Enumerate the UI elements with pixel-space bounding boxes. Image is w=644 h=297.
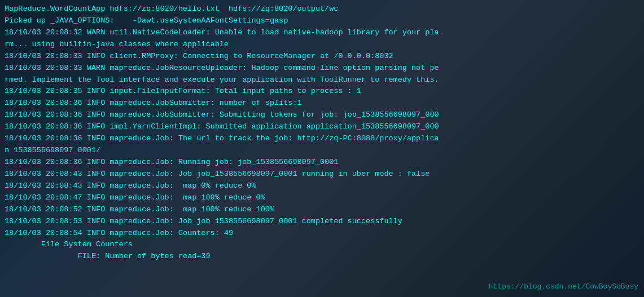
terminal-line: 18/10/03 20:08:36 INFO mapreduce.Job: Ru… <box>5 157 639 169</box>
terminal-line: rmed. Implement the Tool interface and e… <box>5 74 639 86</box>
terminal-line: 18/10/03 20:08:54 INFO mapreduce.Job: Co… <box>5 228 639 240</box>
terminal-line: 18/10/03 20:08:36 INFO impl.YarnClientIm… <box>5 121 639 133</box>
terminal-line: 18/10/03 20:08:52 INFO mapreduce.Job: ma… <box>5 204 639 216</box>
terminal-line: n_1538556698097_0001/ <box>5 145 639 157</box>
terminal-line: rm... using builtin-java classes where a… <box>5 39 639 51</box>
terminal-line: 18/10/03 20:08:47 INFO mapreduce.Job: ma… <box>5 192 639 204</box>
terminal-line: 18/10/03 20:08:36 INFO mapreduce.Job: Th… <box>5 133 639 145</box>
terminal-line: 18/10/03 20:08:35 INFO input.FileInputFo… <box>5 86 639 97</box>
terminal-line: 18/10/03 20:08:43 INFO mapreduce.Job: Jo… <box>5 169 639 180</box>
terminal-output: MapReduce.WordCountApp hdfs://zq:8020/he… <box>5 3 639 263</box>
terminal-window: MapReduce.WordCountApp hdfs://zq:8020/he… <box>0 0 644 297</box>
terminal-line: 18/10/03 20:08:33 INFO client.RMProxy: C… <box>5 51 639 63</box>
watermark: https://blog.csdn.net/CowBoySoBusy <box>489 281 638 292</box>
terminal-line: 18/10/03 20:08:33 WARN mapreduce.JobReso… <box>5 63 639 74</box>
terminal-line: 18/10/03 20:08:43 INFO mapreduce.Job: ma… <box>5 180 639 192</box>
terminal-line: Picked up _JAVA_OPTIONS: -Dawt.useSystem… <box>5 15 639 27</box>
terminal-line: 18/10/03 20:08:53 INFO mapreduce.Job: Jo… <box>5 216 639 228</box>
terminal-line: MapReduce.WordCountApp hdfs://zq:8020/he… <box>5 3 639 15</box>
terminal-line: 18/10/03 20:08:36 INFO mapreduce.JobSubm… <box>5 109 639 121</box>
terminal-line: 18/10/03 20:08:36 INFO mapreduce.JobSubm… <box>5 97 639 109</box>
terminal-line: File System Counters <box>5 239 639 251</box>
terminal-line: 18/10/03 20:08:32 WARN util.NativeCodeLo… <box>5 27 639 39</box>
terminal-line: FILE: Number of bytes read=39 <box>5 251 639 263</box>
